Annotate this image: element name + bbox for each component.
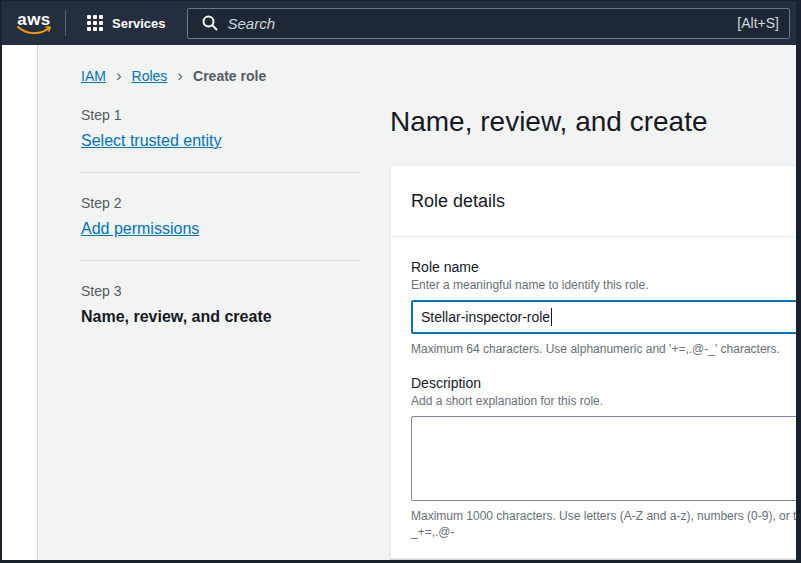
text-cursor — [551, 308, 552, 326]
page-title: Name, review, and create — [390, 105, 796, 139]
search-placeholder: Search — [228, 15, 738, 32]
aws-home-button[interactable]: aws — [16, 12, 52, 35]
step-divider — [81, 172, 361, 173]
role-name-constraint: Maximum 64 characters. Use alphanumeric … — [411, 341, 796, 357]
step-1-link-select-trusted-entity[interactable]: Select trusted entity — [81, 130, 222, 152]
role-details-card: Role details Role name Enter a meaningfu… — [390, 165, 796, 559]
role-name-field-group: Role name Enter a meaningful name to ide… — [411, 258, 796, 357]
step-2-item: Step 2 Add permissions — [81, 193, 361, 240]
services-label: Services — [112, 16, 166, 31]
services-menu-button[interactable]: Services — [87, 15, 166, 31]
description-constraint: Maximum 1000 characters. Use letters (A-… — [411, 508, 796, 540]
search-bar[interactable]: Search [Alt+S] — [187, 8, 791, 39]
description-textarea[interactable] — [411, 416, 796, 501]
step-divider — [81, 260, 361, 261]
description-label: Description — [411, 374, 796, 393]
breadcrumb-current-page: Create role — [193, 68, 266, 84]
description-field-group: Description Add a short explanation for … — [411, 374, 796, 540]
window-frame: aws Services Search [Alt+S] — [0, 0, 801, 563]
columns: Step 1 Select trusted entity Step 2 Add … — [81, 105, 796, 559]
role-name-input[interactable]: Stellar-inspector-role — [411, 300, 796, 334]
step-1-label: Step 1 — [81, 105, 361, 125]
card-header: Role details — [391, 166, 796, 237]
breadcrumb: IAM › Roles › Create role — [81, 68, 796, 84]
card-title: Role details — [411, 188, 796, 214]
main-panel: Name, review, and create Role details Ro… — [390, 105, 796, 559]
role-name-value: Stellar-inspector-role — [421, 309, 550, 325]
breadcrumb-separator-icon: › — [177, 69, 183, 83]
step-3-label: Step 3 — [81, 281, 361, 301]
role-name-label: Role name — [411, 258, 796, 277]
aws-logo-text: aws — [17, 12, 51, 27]
step-3-current-title: Name, review, and create — [81, 306, 272, 328]
step-1-item: Step 1 Select trusted entity — [81, 105, 361, 152]
aws-console-window: aws Services Search [Alt+S] — [2, 1, 796, 560]
search-shortcut-hint: [Alt+S] — [737, 15, 779, 31]
breadcrumb-separator-icon: › — [116, 69, 122, 83]
breadcrumb-link-iam[interactable]: IAM — [81, 68, 106, 84]
services-grid-icon — [87, 15, 103, 31]
breadcrumb-link-roles[interactable]: Roles — [132, 68, 168, 84]
step-2-link-add-permissions[interactable]: Add permissions — [81, 218, 199, 240]
content-row: IAM › Roles › Create role Step 1 Select … — [2, 45, 796, 560]
steps-nav: Step 1 Select trusted entity Step 2 Add … — [81, 105, 361, 328]
page-content: IAM › Roles › Create role Step 1 Select … — [38, 45, 796, 560]
card-body: Role name Enter a meaningful name to ide… — [391, 237, 796, 558]
role-name-hint: Enter a meaningful name to identify this… — [411, 277, 796, 293]
topbar: aws Services Search [Alt+S] — [2, 1, 796, 45]
topbar-divider — [65, 10, 66, 36]
step-2-label: Step 2 — [81, 193, 361, 213]
step-3-item-current: Step 3 Name, review, and create — [81, 281, 361, 328]
left-gutter — [2, 45, 38, 560]
search-icon — [202, 15, 218, 31]
aws-smile-icon — [16, 26, 52, 35]
description-hint: Add a short explanation for this role. — [411, 393, 796, 409]
